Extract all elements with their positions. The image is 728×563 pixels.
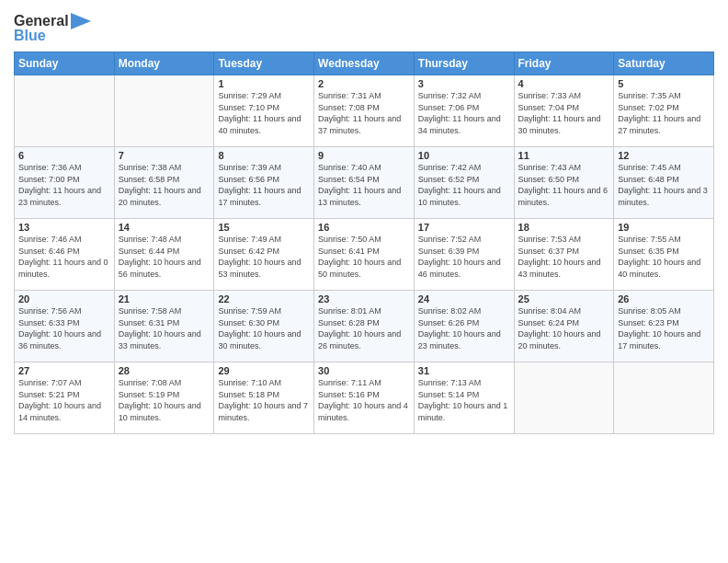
day-number: 5 (618, 78, 710, 89)
weekday-header-sunday: Sunday (15, 52, 115, 75)
day-info: Sunrise: 7:07 AMSunset: 5:21 PMDaylight:… (18, 377, 110, 423)
day-info: Sunrise: 8:01 AMSunset: 6:28 PMDaylight:… (318, 305, 410, 351)
calendar-cell: 26Sunrise: 8:05 AMSunset: 6:23 PMDayligh… (614, 291, 714, 362)
svg-marker-0 (71, 13, 91, 29)
day-info: Sunrise: 7:50 AMSunset: 6:41 PMDaylight:… (318, 234, 410, 280)
calendar-cell: 22Sunrise: 7:59 AMSunset: 6:30 PMDayligh… (214, 291, 314, 362)
calendar-cell: 31Sunrise: 7:13 AMSunset: 5:14 PMDayligh… (414, 362, 514, 434)
day-number: 17 (418, 222, 510, 233)
day-info: Sunrise: 7:53 AMSunset: 6:37 PMDaylight:… (518, 234, 610, 280)
day-info: Sunrise: 7:13 AMSunset: 5:14 PMDaylight:… (418, 377, 510, 423)
logo-blue: Blue (14, 28, 46, 44)
calendar-cell: 27Sunrise: 7:07 AMSunset: 5:21 PMDayligh… (15, 362, 115, 434)
day-number: 31 (418, 365, 510, 376)
calendar-cell: 30Sunrise: 7:11 AMSunset: 5:16 PMDayligh… (314, 362, 415, 434)
weekday-header-friday: Friday (514, 52, 614, 75)
week-row-2: 6Sunrise: 7:36 AMSunset: 7:00 PMDaylight… (15, 147, 714, 219)
day-number: 22 (218, 293, 310, 304)
day-number: 18 (518, 222, 610, 233)
day-number: 4 (518, 78, 610, 89)
day-info: Sunrise: 7:48 AMSunset: 6:44 PMDaylight:… (119, 234, 210, 280)
day-info: Sunrise: 7:40 AMSunset: 6:54 PMDaylight:… (318, 162, 410, 208)
calendar-cell: 2Sunrise: 7:31 AMSunset: 7:08 PMDaylight… (314, 75, 415, 147)
calendar-cell: 24Sunrise: 8:02 AMSunset: 6:26 PMDayligh… (414, 291, 514, 362)
day-number: 23 (318, 293, 410, 304)
calendar-cell: 17Sunrise: 7:52 AMSunset: 6:39 PMDayligh… (414, 219, 514, 291)
day-number: 15 (218, 222, 310, 233)
calendar-cell: 12Sunrise: 7:45 AMSunset: 6:48 PMDayligh… (614, 147, 714, 219)
weekday-header-wednesday: Wednesday (314, 52, 415, 75)
day-number: 24 (418, 293, 510, 304)
logo: General Blue (14, 9, 91, 44)
day-info: Sunrise: 7:52 AMSunset: 6:39 PMDaylight:… (418, 234, 510, 280)
day-number: 27 (18, 365, 110, 376)
weekday-header-saturday: Saturday (614, 52, 714, 75)
calendar-cell: 29Sunrise: 7:10 AMSunset: 5:18 PMDayligh… (214, 362, 314, 434)
day-info: Sunrise: 7:39 AMSunset: 6:56 PMDaylight:… (218, 162, 310, 208)
calendar-cell: 20Sunrise: 7:56 AMSunset: 6:33 PMDayligh… (15, 291, 115, 362)
day-number: 6 (18, 150, 110, 161)
day-info: Sunrise: 8:05 AMSunset: 6:23 PMDaylight:… (618, 305, 710, 351)
day-info: Sunrise: 7:58 AMSunset: 6:31 PMDaylight:… (119, 305, 210, 351)
calendar-table: SundayMondayTuesdayWednesdayThursdayFrid… (14, 52, 714, 434)
calendar-cell (514, 362, 614, 434)
week-row-4: 20Sunrise: 7:56 AMSunset: 6:33 PMDayligh… (15, 291, 714, 362)
day-info: Sunrise: 7:56 AMSunset: 6:33 PMDaylight:… (18, 305, 110, 351)
day-number: 20 (18, 293, 110, 304)
calendar-cell: 25Sunrise: 8:04 AMSunset: 6:24 PMDayligh… (514, 291, 614, 362)
day-number: 13 (18, 222, 110, 233)
calendar-cell (114, 75, 214, 147)
calendar-cell: 10Sunrise: 7:42 AMSunset: 6:52 PMDayligh… (414, 147, 514, 219)
calendar-cell: 7Sunrise: 7:38 AMSunset: 6:58 PMDaylight… (114, 147, 214, 219)
calendar-cell: 11Sunrise: 7:43 AMSunset: 6:50 PMDayligh… (514, 147, 614, 219)
calendar-cell: 15Sunrise: 7:49 AMSunset: 6:42 PMDayligh… (214, 219, 314, 291)
calendar-cell: 6Sunrise: 7:36 AMSunset: 7:00 PMDaylight… (15, 147, 115, 219)
calendar-cell (15, 75, 115, 147)
week-row-3: 13Sunrise: 7:46 AMSunset: 6:46 PMDayligh… (15, 219, 714, 291)
calendar-page: General Blue SundayMondayTuesdayWednesda… (0, 0, 728, 563)
day-info: Sunrise: 7:59 AMSunset: 6:30 PMDaylight:… (218, 305, 310, 351)
day-info: Sunrise: 7:49 AMSunset: 6:42 PMDaylight:… (218, 234, 310, 280)
calendar-cell: 9Sunrise: 7:40 AMSunset: 6:54 PMDaylight… (314, 147, 415, 219)
day-number: 25 (518, 293, 610, 304)
day-info: Sunrise: 7:43 AMSunset: 6:50 PMDaylight:… (518, 162, 610, 208)
day-info: Sunrise: 7:29 AMSunset: 7:10 PMDaylight:… (218, 90, 310, 136)
calendar-cell: 4Sunrise: 7:33 AMSunset: 7:04 PMDaylight… (514, 75, 614, 147)
day-info: Sunrise: 7:11 AMSunset: 5:16 PMDaylight:… (318, 377, 410, 423)
day-number: 7 (119, 150, 210, 161)
day-info: Sunrise: 7:10 AMSunset: 5:18 PMDaylight:… (218, 377, 310, 423)
week-row-5: 27Sunrise: 7:07 AMSunset: 5:21 PMDayligh… (15, 362, 714, 434)
day-info: Sunrise: 7:36 AMSunset: 7:00 PMDaylight:… (18, 162, 110, 208)
calendar-cell: 28Sunrise: 7:08 AMSunset: 5:19 PMDayligh… (114, 362, 214, 434)
day-number: 21 (119, 293, 210, 304)
calendar-cell: 16Sunrise: 7:50 AMSunset: 6:41 PMDayligh… (314, 219, 415, 291)
day-number: 29 (218, 365, 310, 376)
day-info: Sunrise: 7:45 AMSunset: 6:48 PMDaylight:… (618, 162, 710, 208)
day-info: Sunrise: 7:55 AMSunset: 6:35 PMDaylight:… (618, 234, 710, 280)
day-number: 11 (518, 150, 610, 161)
day-info: Sunrise: 7:35 AMSunset: 7:02 PMDaylight:… (618, 90, 710, 136)
calendar-cell: 8Sunrise: 7:39 AMSunset: 6:56 PMDaylight… (214, 147, 314, 219)
day-number: 14 (119, 222, 210, 233)
day-info: Sunrise: 7:38 AMSunset: 6:58 PMDaylight:… (119, 162, 210, 208)
day-number: 8 (218, 150, 310, 161)
calendar-cell: 1Sunrise: 7:29 AMSunset: 7:10 PMDaylight… (214, 75, 314, 147)
calendar-cell: 18Sunrise: 7:53 AMSunset: 6:37 PMDayligh… (514, 219, 614, 291)
day-info: Sunrise: 7:46 AMSunset: 6:46 PMDaylight:… (18, 234, 110, 280)
day-number: 28 (119, 365, 210, 376)
calendar-cell: 13Sunrise: 7:46 AMSunset: 6:46 PMDayligh… (15, 219, 115, 291)
day-info: Sunrise: 7:31 AMSunset: 7:08 PMDaylight:… (318, 90, 410, 136)
calendar-cell (614, 362, 714, 434)
day-number: 2 (318, 78, 410, 89)
day-number: 16 (318, 222, 410, 233)
day-number: 10 (418, 150, 510, 161)
week-row-1: 1Sunrise: 7:29 AMSunset: 7:10 PMDaylight… (15, 75, 714, 147)
calendar-cell: 21Sunrise: 7:58 AMSunset: 6:31 PMDayligh… (114, 291, 214, 362)
day-number: 30 (318, 365, 410, 376)
day-info: Sunrise: 7:32 AMSunset: 7:06 PMDaylight:… (418, 90, 510, 136)
day-number: 19 (618, 222, 710, 233)
header: General Blue (14, 9, 714, 44)
day-number: 3 (418, 78, 510, 89)
calendar-cell: 23Sunrise: 8:01 AMSunset: 6:28 PMDayligh… (314, 291, 415, 362)
day-info: Sunrise: 7:08 AMSunset: 5:19 PMDaylight:… (119, 377, 210, 423)
